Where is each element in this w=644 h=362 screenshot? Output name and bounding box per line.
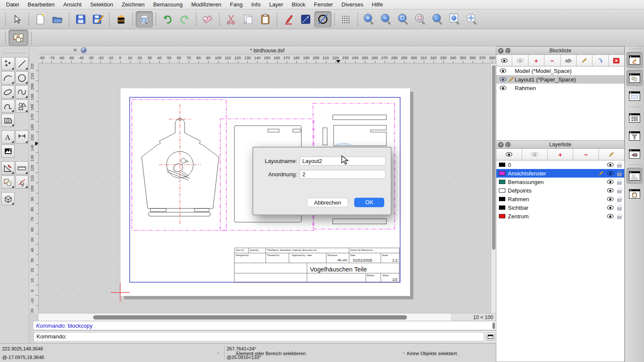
grid-toggle-button[interactable]: [337, 11, 355, 27]
hatch-tool-icon[interactable]: [1, 114, 15, 127]
layer-color-swatch[interactable]: [499, 197, 505, 201]
layer-visibility-icon[interactable]: [607, 197, 614, 201]
print-preview-button[interactable]: [136, 11, 153, 27]
library-browser-toggle[interactable]: [626, 110, 643, 126]
layer-lock-icon[interactable]: [617, 216, 622, 219]
layer-visibility-icon[interactable]: [607, 171, 614, 175]
zoom-selection-button[interactable]: [412, 11, 429, 27]
canvas-vertical-scrollbar[interactable]: [491, 63, 496, 313]
solid-3d-tools-icon[interactable]: [1, 192, 15, 205]
block-row-layout1[interactable]: Layout1 (*Paper_Space): [496, 75, 624, 84]
show-all-layers-button[interactable]: [496, 149, 522, 160]
block-tools-icon[interactable]: [1, 175, 15, 189]
block-row-rahmen[interactable]: Rahmen: [496, 84, 624, 92]
remove-block-button[interactable]: −: [544, 55, 560, 66]
add-layer-button[interactable]: +: [548, 149, 574, 160]
line-tools-icon[interactable]: [15, 57, 29, 70]
layer-lock-icon[interactable]: [617, 199, 622, 202]
block-panel-toggle[interactable]: [626, 70, 643, 86]
insert-block-button[interactable]: [592, 55, 608, 66]
restriction-off-button[interactable]: [314, 11, 331, 27]
selection-filter-toggle[interactable]: [626, 128, 643, 144]
hide-all-blocks-button[interactable]: [512, 55, 528, 66]
layer-visibility-icon[interactable]: [607, 163, 614, 167]
layer-visibility-icon[interactable]: [607, 188, 614, 193]
layer-color-swatch[interactable]: [499, 188, 505, 193]
layer-color-swatch[interactable]: [499, 214, 505, 218]
remove-layer-button[interactable]: −: [573, 149, 599, 160]
circle-tools-icon[interactable]: [15, 71, 29, 84]
redo-button[interactable]: [176, 11, 193, 27]
spline-tools-icon[interactable]: [15, 85, 29, 99]
snap-tools-icon[interactable]: [15, 175, 29, 189]
hscroll-thumb[interactable]: [93, 315, 407, 320]
menu-bemassung[interactable]: Bemassung: [149, 0, 187, 9]
layer-row-rahmen[interactable]: Rahmen: [496, 195, 624, 203]
block-visibility-icon[interactable]: [500, 69, 506, 73]
menu-bearbeiten[interactable]: Bearbeiten: [23, 0, 59, 9]
layer-row-bemassungen[interactable]: Bemassungen: [496, 178, 624, 186]
block-copy-button[interactable]: [9, 30, 28, 46]
block-visibility-icon[interactable]: [500, 77, 506, 81]
paste-button[interactable]: [257, 11, 274, 27]
edit-layer-button[interactable]: [599, 149, 624, 160]
polyline-tools-icon[interactable]: [1, 100, 15, 113]
svg-export-button[interactable]: SVG: [112, 11, 130, 27]
layer-panel-toggle[interactable]: [626, 52, 643, 68]
pan-button[interactable]: [464, 11, 481, 27]
layer-lock-icon[interactable]: [617, 207, 622, 211]
toolbar-handle[interactable]: [4, 30, 7, 45]
add-block-button[interactable]: +: [529, 55, 544, 66]
save-as-button[interactable]: [89, 11, 106, 27]
undo-button[interactable]: [159, 11, 176, 27]
selection-arrow-icon[interactable]: [9, 11, 26, 27]
menu-layer[interactable]: Layer: [265, 0, 288, 9]
zoom-in-button[interactable]: +: [361, 11, 378, 27]
layer-color-swatch[interactable]: [499, 171, 505, 175]
layer-lock-icon[interactable]: [617, 164, 622, 168]
layer-color-swatch[interactable]: [499, 205, 505, 210]
previous-view-button[interactable]: ←: [429, 11, 447, 27]
palette-handle[interactable]: [3, 52, 26, 55]
command-panel-button[interactable]: [486, 332, 495, 341]
arc-tools-icon[interactable]: [1, 71, 15, 84]
layer-lock-icon[interactable]: [617, 173, 622, 176]
ellipse-tools-icon[interactable]: [1, 85, 15, 99]
edit-block-button[interactable]: [577, 55, 592, 66]
cut-button[interactable]: +: [222, 11, 240, 27]
menu-fang[interactable]: Fang: [226, 0, 247, 9]
menu-zeichnen[interactable]: Zeichnen: [117, 0, 149, 9]
show-all-blocks-button[interactable]: [496, 55, 512, 66]
block-visibility-icon[interactable]: [500, 86, 506, 90]
shape-tools-icon[interactable]: [15, 100, 29, 113]
history-scrollbar[interactable]: [492, 323, 495, 329]
new-file-button[interactable]: [32, 11, 49, 27]
modify-tools-icon[interactable]: [1, 161, 15, 175]
layer-color-swatch[interactable]: [499, 163, 505, 167]
layer-visibility-icon[interactable]: [607, 205, 614, 210]
menu-info[interactable]: Info: [247, 0, 265, 9]
layer-lock-icon[interactable]: [617, 190, 622, 193]
property-pencil-button[interactable]: [280, 11, 297, 27]
menu-selektion[interactable]: Selektion: [86, 0, 117, 9]
clipboard-panel-toggle[interactable]: [626, 186, 643, 202]
menu-ansicht[interactable]: Ansicht: [59, 0, 86, 9]
float-panel-icon[interactable]: [505, 142, 511, 148]
purge-block-button[interactable]: ✕: [609, 55, 624, 66]
image-tool-icon[interactable]: [1, 145, 15, 158]
float-panel-icon[interactable]: [505, 48, 511, 54]
layer-row-0[interactable]: 0: [496, 160, 624, 169]
close-panel-icon[interactable]: ✕: [498, 48, 504, 54]
measure-tools-icon[interactable]: [15, 161, 29, 175]
viewport-panel-toggle[interactable]: [626, 88, 643, 104]
menu-hilfe[interactable]: Hilfe: [368, 0, 387, 9]
layer-visibility-icon[interactable]: [607, 180, 614, 184]
auto-zoom-button[interactable]: [395, 11, 412, 27]
rename-block-button[interactable]: a|b: [561, 55, 577, 66]
menu-datei[interactable]: Datei: [2, 0, 23, 9]
menu-fenster[interactable]: Fenster: [310, 0, 337, 9]
command-line-toggle[interactable]: [626, 168, 643, 184]
dimension-settings-toggle[interactable]: [626, 146, 643, 162]
layer-row-zentrum[interactable]: Zentrum: [496, 212, 624, 220]
block-row-model[interactable]: Model (*Model_Space): [496, 66, 624, 75]
